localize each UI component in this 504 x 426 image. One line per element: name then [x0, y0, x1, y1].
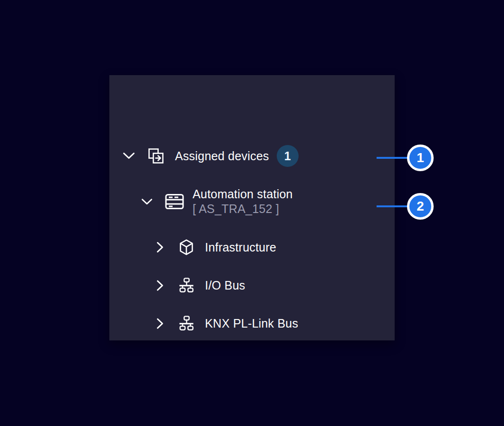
tree-item-label-block: Automation station [ AS_TRA_152 ] [193, 187, 293, 216]
callout-number: 1 [417, 150, 424, 165]
callout-marker-1: 1 [407, 145, 434, 171]
chevron-down-icon[interactable] [141, 198, 153, 205]
count-badge: 1 [277, 145, 299, 167]
chevron-right-icon[interactable] [155, 280, 164, 291]
chevron-down-icon[interactable] [123, 152, 135, 160]
tree-item-label: KNX PL-Link Bus [205, 317, 298, 330]
tree-item-assigned-devices[interactable]: Assigned devices 1 [123, 145, 299, 167]
network-bus-icon [178, 316, 194, 331]
cube-icon [178, 239, 194, 256]
tree-item-label: Infrastructure [205, 241, 276, 254]
device-tree-panel: Assigned devices 1 Aut [109, 75, 395, 340]
tree-item-knx-pl-link-bus[interactable]: KNX PL-Link Bus [155, 316, 298, 331]
tree-item-label: I/O Bus [205, 279, 245, 292]
network-bus-icon [178, 278, 194, 293]
tree-item-automation-station[interactable]: Automation station [ AS_TRA_152 ] [141, 187, 293, 216]
tree-item-label: Automation station [193, 187, 293, 202]
chevron-right-icon[interactable] [155, 242, 164, 253]
tree-item-label: Assigned devices [175, 149, 269, 163]
automation-station-icon [165, 194, 184, 210]
assigned-devices-icon [147, 147, 165, 165]
tree-item-sublabel: [ AS_TRA_152 ] [193, 202, 293, 216]
page-background: Assigned devices 1 Aut [0, 0, 504, 426]
tree-item-infrastructure[interactable]: Infrastructure [155, 239, 276, 256]
chevron-right-icon[interactable] [155, 318, 164, 329]
callout-line-1 [377, 157, 408, 159]
callout-line-2 [377, 205, 408, 207]
callout-marker-2: 2 [407, 193, 434, 220]
callout-number: 2 [417, 199, 424, 214]
tree-item-io-bus[interactable]: I/O Bus [155, 278, 245, 293]
